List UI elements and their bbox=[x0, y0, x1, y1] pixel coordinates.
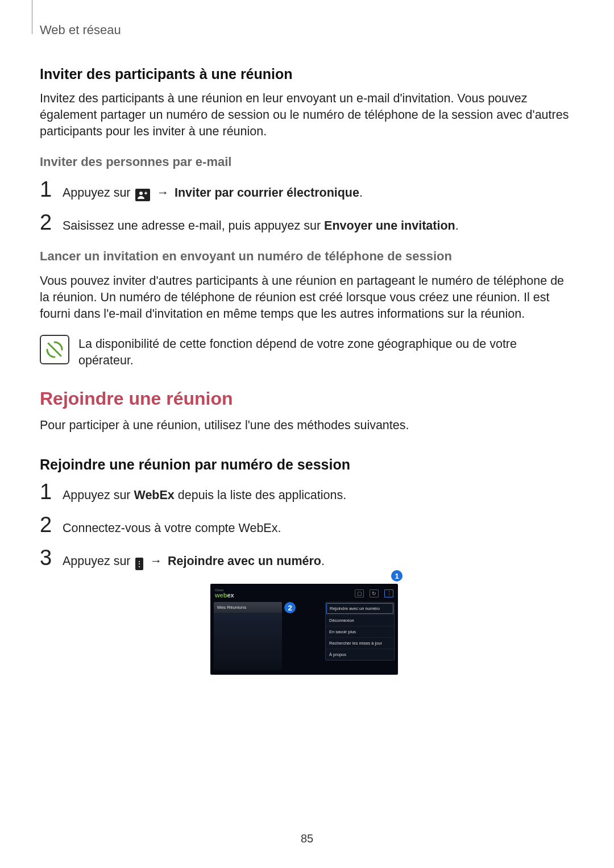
breadcrumb: Web et réseau bbox=[40, 23, 574, 38]
step-bold: Envoyer une invitation bbox=[324, 219, 455, 232]
screenshot-illustration: 1 Cisco webex ▢ ↻ ⋮ 2 Mes Réunions bbox=[210, 584, 404, 675]
step-number: 3 bbox=[40, 547, 63, 568]
step-text: Appuyez sur bbox=[63, 554, 131, 568]
arrow-icon: → bbox=[156, 186, 169, 200]
step-end: . bbox=[321, 554, 325, 568]
step-body: Appuyez sur WebEx depuis la liste des ap… bbox=[63, 484, 346, 504]
sub-join-session: Rejoindre une réunion par numéro de sess… bbox=[40, 456, 574, 473]
step-row: 2 Saisissez une adresse e-mail, puis app… bbox=[40, 211, 574, 234]
note-text: La disponibilité de cette fonction dépen… bbox=[78, 335, 574, 369]
step-bold: Rejoindre avec un numéro bbox=[168, 554, 321, 568]
step-end: depuis la liste des applications. bbox=[175, 488, 346, 502]
webex-logo: Cisco webex bbox=[215, 588, 234, 599]
logo-ex: ex bbox=[227, 592, 234, 599]
page-number: 85 bbox=[0, 832, 614, 845]
menu-item-join-number[interactable]: Rejoindre avec un numéro bbox=[326, 603, 393, 614]
header-rule bbox=[28, 0, 32, 34]
step-number: 2 bbox=[40, 211, 63, 233]
section-invite-intro: Invitez des participants à une réunion e… bbox=[40, 90, 574, 140]
step-row: 1 Appuyez sur WebEx depuis la liste des … bbox=[40, 481, 574, 504]
step-body: Appuyez sur → Inviter par courrier élect… bbox=[63, 181, 363, 201]
callout-1: 1 bbox=[391, 570, 403, 582]
note-icon bbox=[40, 335, 69, 364]
topbar-icons: ▢ ↻ ⋮ bbox=[355, 589, 393, 597]
step-text: Appuyez sur bbox=[63, 186, 131, 200]
menu-item-learn-more[interactable]: En savoir plus bbox=[326, 626, 394, 637]
tab-my-meetings[interactable]: Mes Réunions bbox=[214, 602, 282, 613]
sub-invite-phone: Lancer un invitation en envoyant un numé… bbox=[40, 249, 574, 264]
logo-web: web bbox=[215, 592, 227, 599]
overflow-menu-icon bbox=[135, 558, 143, 570]
add-participant-icon bbox=[135, 189, 150, 201]
step-bold: WebEx bbox=[134, 488, 174, 502]
calendar-icon[interactable]: ▢ bbox=[355, 589, 364, 597]
svg-point-0 bbox=[139, 192, 143, 195]
step-text: Saisissez une adresse e-mail, puis appuy… bbox=[63, 219, 324, 232]
step-body: Appuyez sur → Rejoindre avec un numéro. bbox=[63, 550, 325, 570]
step-row: 2 Connectez-vous à votre compte WebEx. bbox=[40, 514, 574, 537]
step-bold: Inviter par courrier électronique bbox=[175, 186, 359, 200]
svg-rect-2 bbox=[145, 192, 146, 194]
device-screenshot: Cisco webex ▢ ↻ ⋮ 2 Mes Réunions Rejoind… bbox=[210, 584, 398, 675]
step-text: Appuyez sur bbox=[63, 488, 134, 502]
phone-body: Vous pouvez inviter d'autres participant… bbox=[40, 273, 574, 322]
step-number: 1 bbox=[40, 178, 63, 200]
overflow-menu-button[interactable]: ⋮ bbox=[384, 589, 393, 597]
section-join-intro: Pour participer à une réunion, utilisez … bbox=[40, 417, 574, 434]
menu-item-logout[interactable]: Déconnexion bbox=[326, 614, 394, 626]
step-end: . bbox=[359, 186, 363, 200]
menu-item-check-updates[interactable]: Rechercher les mises à jour bbox=[326, 637, 394, 649]
arrow-icon: → bbox=[150, 554, 162, 568]
step-body: Connectez-vous à votre compte WebEx. bbox=[63, 517, 281, 537]
screenshot-sidebar: Mes Réunions bbox=[214, 602, 282, 670]
overflow-dropdown: Rejoindre avec un numéro Déconnexion En … bbox=[325, 602, 395, 661]
section-invite-title: Inviter des participants à une réunion bbox=[40, 66, 574, 82]
screenshot-body: Mes Réunions Rejoindre avec un numéro Dé… bbox=[214, 602, 395, 670]
step-body: Saisissez une adresse e-mail, puis appuy… bbox=[63, 214, 459, 234]
screenshot-main: Rejoindre avec un numéro Déconnexion En … bbox=[284, 602, 395, 670]
note-row: La disponibilité de cette fonction dépen… bbox=[40, 335, 574, 369]
step-number: 1 bbox=[40, 481, 63, 502]
menu-item-about[interactable]: À propos bbox=[326, 649, 394, 660]
step-row: 1 Appuyez sur → Inviter par courrier éle… bbox=[40, 178, 574, 201]
refresh-icon[interactable]: ↻ bbox=[370, 589, 379, 597]
step-end: . bbox=[455, 219, 459, 232]
screenshot-topbar: Cisco webex ▢ ↻ ⋮ bbox=[214, 587, 395, 602]
sub-invite-email: Inviter des personnes par e-mail bbox=[40, 155, 574, 169]
step-number: 2 bbox=[40, 514, 63, 535]
section-join-title: Rejoindre une réunion bbox=[40, 388, 574, 409]
step-row: 3 Appuyez sur → Rejoindre avec un numéro… bbox=[40, 547, 574, 570]
